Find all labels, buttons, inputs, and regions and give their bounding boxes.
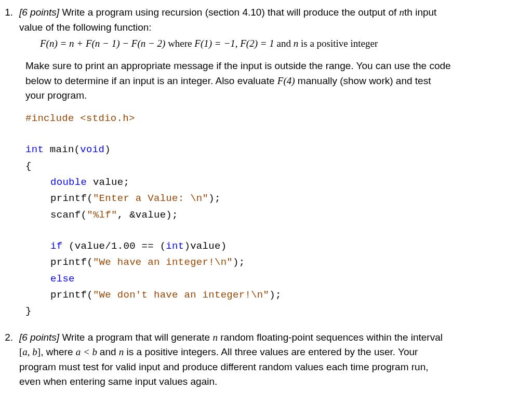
q2-text2f: is a positive integers. All three values… [124, 346, 418, 357]
code-scanf: scanf( [50, 209, 87, 221]
q2-line2: [[a, b]a, b], where a < b and n is a pos… [19, 345, 516, 360]
question-2-body: [6 points] Write a program that will gen… [19, 330, 516, 389]
code-line-2: int main(void) [25, 142, 516, 158]
q2-text1b: random floating-point sequences within t… [218, 332, 443, 343]
q1-nth: n [400, 7, 405, 18]
code-paren: ) [104, 144, 111, 155]
q1-text1: Write a program using recursion (section… [59, 7, 399, 18]
q1-para2d: your program. [25, 88, 516, 103]
code-line-6: scanf("%lf", &value); [25, 207, 516, 223]
code-printf3-end: ); [269, 289, 281, 301]
code-line-11: } [25, 303, 516, 319]
q1-para2b: below to determine if an input is an int… [25, 75, 277, 86]
code-printf2-end: ); [233, 257, 245, 268]
code-line-10: printf("We don't have an integer!\n"); [25, 287, 516, 303]
q2-text3: program must test for valid input and pr… [19, 360, 516, 375]
code-int: int [25, 144, 44, 155]
q1-para2c: manually (show work) and test [295, 75, 431, 86]
code-str2: "%lf" [87, 209, 117, 221]
code-line-7: if (value/1.00 == (int)value) [25, 238, 516, 254]
code-include: #include [25, 113, 80, 124]
q1-f4: F(4) [277, 75, 295, 86]
code-str3: "We have an integer!\n" [93, 257, 233, 268]
code-line-1: #include <stdio.h> [25, 111, 516, 127]
question-1-header: 1. [6 points] Write a program using recu… [3, 5, 516, 35]
code-value-decl: value; [87, 177, 129, 188]
question-2: 2. [6 points] Write a program that will … [3, 330, 516, 389]
q2-ab: a < b [76, 346, 100, 357]
q1-para2-line2: below to determine if an input is an int… [25, 74, 516, 89]
question-1-number: 1. [3, 5, 19, 20]
question-2-header: 2. [6 points] Write a program that will … [3, 330, 516, 389]
code-else: else [50, 273, 75, 285]
q1-text2: value of the following function: [19, 20, 516, 35]
q2-text2d: and [100, 346, 119, 357]
code-line-4: double value; [25, 174, 516, 191]
question-1-body: [6 points] Write a program using recursi… [19, 5, 516, 35]
q2-interval: [[a, b]a, b] [19, 346, 41, 357]
q2-text1: Write a program that will generate [59, 332, 212, 343]
q1-formula-n: n [294, 38, 299, 49]
code-double: double [50, 177, 87, 188]
code-int-cast: int [166, 240, 184, 252]
code-line-8: printf("We have an integer!\n"); [25, 254, 516, 271]
q1-formula-p1: F(n) = n + F(n − 1) − F(n − 2) [40, 38, 165, 49]
q1-formula-and: and [274, 38, 294, 49]
code-line-3: { [25, 158, 516, 174]
q2-n2: n [119, 346, 124, 357]
code-block: #include <stdio.h> int main(void) { doub… [3, 111, 516, 320]
q1-formula-p2: F(1) = −1, F(2) = 1 [194, 38, 274, 49]
code-line-9: else [25, 271, 516, 287]
q1-para2a: Make sure to print an appropriate messag… [25, 59, 516, 74]
code-if: if [50, 240, 62, 252]
question-1: 1. [6 points] Write a program using recu… [3, 5, 516, 320]
q1-text1b: th input [404, 7, 436, 18]
q1-para2: Make sure to print an appropriate messag… [3, 59, 516, 103]
q2-text2b: , where [41, 346, 76, 357]
code-header-file: <stdio.h> [80, 113, 135, 124]
q1-formula-end: is a positive integer [298, 38, 378, 49]
code-blank-1 [25, 127, 516, 142]
question-2-points: [6 points] [19, 332, 59, 343]
code-printf1-end: ); [208, 193, 220, 204]
code-printf1: printf( [50, 193, 93, 204]
code-blank-2 [25, 223, 516, 238]
code-printf3: printf( [50, 289, 93, 301]
q1-formula: F(n) = n + F(n − 1) − F(n − 2) where F(1… [3, 36, 516, 51]
question-2-number: 2. [3, 330, 19, 345]
code-void: void [80, 144, 104, 155]
code-cond2: )value) [184, 240, 227, 252]
code-line-5: printf("Enter a Value: \n"); [25, 191, 516, 207]
q2-n: n [212, 332, 218, 343]
code-scanf-end: , &value); [117, 209, 178, 221]
code-str1: "Enter a Value: \n" [93, 193, 208, 204]
code-printf2: printf( [50, 257, 93, 268]
q2-text4: even when entering same input values aga… [19, 374, 516, 389]
code-cond1: (value/1.00 == ( [62, 240, 166, 252]
code-main: main( [44, 144, 80, 155]
code-str4: "We don't have an integer!\n" [93, 289, 269, 301]
question-1-points: [6 points] [19, 7, 59, 18]
q1-formula-where: where [165, 38, 194, 49]
